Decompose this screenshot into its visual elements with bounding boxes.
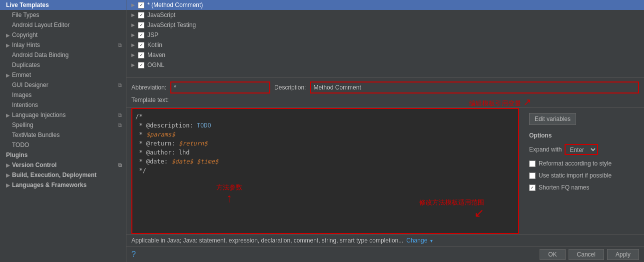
sidebar-item-build[interactable]: ▶ Build, Execution, Deployment	[0, 170, 126, 180]
list-item-label: JavaScript Testing	[147, 22, 196, 28]
footer-buttons: ? OK Cancel Apply	[126, 246, 644, 262]
middle-area: /* * @description: TODO * $params$ * @re…	[126, 108, 644, 234]
copy-icon: ⧉	[118, 112, 122, 118]
shorten-fq-checkbox[interactable]	[529, 184, 536, 191]
sidebar-item-label: TODO	[12, 142, 29, 148]
sidebar-item-emmet[interactable]: ▶ Emmet	[0, 70, 126, 80]
copy-icon: ⧉	[118, 42, 122, 48]
sidebar-item-label: Languages & Frameworks	[12, 182, 86, 188]
sidebar-item-intentions[interactable]: Intentions	[0, 100, 126, 110]
sidebar: Live Templates File Types Android Layout…	[0, 0, 126, 262]
list-item-label: * (Method Comment)	[147, 2, 203, 8]
sidebar-item-label: GUI Designer	[12, 82, 48, 88]
sidebar-item-label: Live Templates	[6, 2, 49, 8]
static-import-label: Use static import if possible	[539, 172, 612, 179]
checkbox-ognl[interactable]	[138, 62, 144, 68]
reformat-label: Reformat according to style	[539, 160, 612, 167]
sidebar-item-label: Android Data Binding	[12, 52, 68, 58]
sidebar-item-plugins[interactable]: Plugins	[0, 150, 126, 160]
list-item-kotlin[interactable]: ▶ Kotlin	[126, 40, 644, 50]
expand-icon: ▶	[6, 162, 10, 168]
list-item-javascript-testing[interactable]: ▶ JavaScript Testing	[126, 20, 644, 30]
sidebar-item-todo[interactable]: TODO	[0, 140, 126, 150]
chevron-icon: ▶	[131, 32, 135, 38]
right-panel: 编辑模板引用变量 ↗ Edit variables Options Expand…	[524, 108, 644, 234]
expand-icon: ▶	[6, 172, 10, 178]
ok-button[interactable]: OK	[540, 249, 565, 260]
sidebar-item-languages[interactable]: ▶ Languages & Frameworks	[0, 180, 126, 190]
abbreviation-label: Abbreviation:	[131, 84, 166, 91]
chevron-icon: ▶	[131, 62, 135, 68]
expand-with-select[interactable]: Enter Tab Space	[565, 144, 598, 155]
checkbox-kotlin[interactable]	[138, 42, 144, 48]
bottom-bar: Applicable in Java; Java: statement, exp…	[126, 234, 644, 246]
sidebar-item-android-layout[interactable]: Android Layout Editor	[0, 20, 126, 30]
sidebar-item-label: Inlay Hints	[12, 42, 40, 48]
edit-vars-container: 编辑模板引用变量 ↗ Edit variables	[529, 111, 639, 125]
sidebar-item-label: Copyright	[12, 32, 37, 38]
list-item-label: OGNL	[147, 62, 164, 68]
sidebar-item-label: Duplicates	[12, 62, 40, 68]
applicable-text: Applicable in Java; Java: statement, exp…	[131, 237, 403, 244]
sidebar-item-duplicates[interactable]: Duplicates	[0, 60, 126, 70]
sidebar-item-label: Intentions	[12, 102, 38, 108]
list-item-ognl[interactable]: ▶ OGNL	[126, 60, 644, 70]
list-item-jsp[interactable]: ▶ JSP	[126, 30, 644, 40]
expand-icon: ▶	[6, 112, 10, 118]
sidebar-item-inlay-hints[interactable]: ▶ Inlay Hints ⧉	[0, 40, 126, 50]
help-icon[interactable]: ?	[131, 250, 136, 259]
list-item-label: Maven	[147, 52, 165, 58]
cancel-button[interactable]: Cancel	[569, 249, 604, 260]
reformat-row: Reformat according to style	[529, 160, 639, 167]
template-section: /* * @description: TODO * $params$ * @re…	[126, 108, 524, 234]
checkbox-maven[interactable]	[138, 52, 144, 58]
list-item-maven[interactable]: ▶ Maven	[126, 50, 644, 60]
checkbox-jsp[interactable]	[138, 32, 144, 38]
chevron-icon: ▶	[131, 22, 135, 28]
abbreviation-input[interactable]	[170, 82, 270, 94]
list-item-method-comment[interactable]: ▶ * (Method Comment)	[126, 0, 644, 10]
chevron-icon: ▶	[131, 52, 135, 58]
sidebar-item-label: Build, Execution, Deployment	[12, 172, 96, 178]
sidebar-item-label: File Types	[12, 12, 39, 18]
list-item-javascript[interactable]: ▶ JavaScript	[126, 10, 644, 20]
sidebar-item-live-templates[interactable]: Live Templates	[0, 0, 126, 10]
copy-icon: ⧉	[118, 122, 122, 128]
main-content: ▶ * (Method Comment) ▶ JavaScript ▶ Java…	[126, 0, 644, 262]
sidebar-item-label: Plugins	[6, 152, 27, 158]
form-area: Abbreviation: Description: Template text…	[126, 78, 644, 108]
sidebar-item-version-control[interactable]: ▶ Version Control ⧉	[0, 160, 126, 170]
sidebar-item-file-types[interactable]: File Types	[0, 10, 126, 20]
sidebar-item-copyright[interactable]: ▶ Copyright	[0, 30, 126, 40]
chevron-down-icon: ▾	[430, 238, 433, 244]
sidebar-item-label: TextMate Bundles	[12, 132, 59, 138]
chevron-icon: ▶	[131, 42, 135, 48]
sidebar-item-label: Language Injections	[12, 112, 65, 118]
expand-icon: ▶	[6, 42, 10, 48]
template-text-label: Template text:	[131, 96, 639, 104]
checkbox-javascript[interactable]	[138, 12, 144, 18]
sidebar-item-spelling[interactable]: Spelling ⧉	[0, 120, 126, 130]
static-import-checkbox[interactable]	[529, 172, 536, 179]
sidebar-item-gui-designer[interactable]: GUI Designer ⧉	[0, 80, 126, 90]
sidebar-item-images[interactable]: Images	[0, 90, 126, 100]
expand-icon: ▶	[6, 182, 10, 188]
template-textarea[interactable]: /* * @description: TODO * $params$ * @re…	[131, 108, 519, 234]
shorten-fq-row: Shorten FQ names	[529, 184, 639, 191]
options-label: Options	[529, 132, 639, 139]
expand-icon: ▶	[6, 72, 10, 78]
abbreviation-row: Abbreviation: Description:	[131, 82, 639, 94]
checkbox-javascript-testing[interactable]	[138, 22, 144, 28]
sidebar-item-textmate-bundles[interactable]: TextMate Bundles	[0, 130, 126, 140]
sidebar-item-language-injections[interactable]: ▶ Language Injections ⧉	[0, 110, 126, 120]
change-link[interactable]: Change	[406, 237, 427, 244]
expand-with-label: Expand with	[529, 146, 562, 153]
reformat-checkbox[interactable]	[529, 160, 536, 167]
sidebar-item-android-data-binding[interactable]: Android Data Binding	[0, 50, 126, 60]
description-input[interactable]	[310, 82, 639, 94]
checkbox-method-comment[interactable]	[138, 2, 144, 8]
apply-button[interactable]: Apply	[607, 249, 639, 260]
list-item-label: JSP	[147, 32, 158, 38]
edit-variables-button[interactable]: Edit variables	[529, 113, 576, 125]
sidebar-item-label: Emmet	[12, 72, 31, 78]
